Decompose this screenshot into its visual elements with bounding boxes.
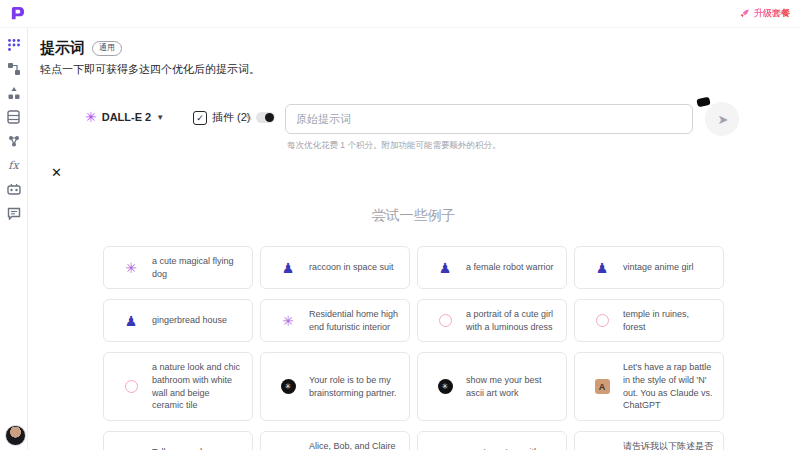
example-card-text: show me your best ascii art work: [466, 374, 557, 399]
claude-icon: A: [595, 379, 610, 394]
example-card-text: create a story with only words less than…: [466, 446, 557, 450]
page-title: 提示词: [40, 39, 85, 58]
sd-icon: ♟: [439, 260, 452, 276]
example-card-11[interactable]: ✳ show me your best ascii art work: [417, 352, 567, 420]
streaming-toggle-group: ✎: [245, 112, 275, 123]
example-card-text: Residential home high end futuristic int…: [309, 308, 400, 333]
example-card-16[interactable]: ✳ 请告诉我以下陈述是否包含时代错误：在盟军轰炸硫磺岛海滩期间，拉尔夫大声…: [574, 431, 724, 450]
optimize-send-button[interactable]: ➤: [705, 102, 739, 136]
example-card-15[interactable]: ✳ create a story with only words less th…: [417, 431, 567, 450]
ring-icon: [596, 314, 609, 327]
sidebar-item-feedback[interactable]: [6, 205, 22, 221]
pencil-icon: ✎: [245, 113, 253, 123]
rocket-icon: [739, 8, 750, 19]
mouse-cursor: [696, 97, 710, 108]
example-card-text: Your role is to be my brainstorming part…: [309, 374, 400, 399]
app-logo-icon[interactable]: [10, 6, 25, 21]
stack-icon: [7, 110, 20, 124]
example-card-text: a nature look and chic bathroom with whi…: [152, 361, 243, 411]
chatgpt-icon: ✳: [281, 379, 296, 394]
example-card-3[interactable]: ♟ a female robot warrior: [417, 246, 567, 289]
example-card-1[interactable]: ✳ a cute magical flying dog: [103, 246, 253, 289]
user-avatar[interactable]: [5, 425, 26, 446]
sd-icon: ♟: [282, 260, 295, 276]
prompt-input[interactable]: [285, 104, 693, 134]
molecule-icon: [7, 134, 21, 148]
model-label: DALL-E 2: [102, 111, 152, 123]
dalle-model-icon: ✳: [85, 110, 97, 124]
example-card-text: a cute magical flying dog: [152, 255, 243, 280]
example-card-text: vintage anime girl: [623, 261, 694, 274]
ring-icon: [439, 314, 452, 327]
sidebar: fx: [0, 28, 28, 450]
examples-grid: ✳ a cute magical flying dog ♟ raccoon in…: [103, 246, 724, 450]
plugins-checkbox[interactable]: ✓: [193, 111, 207, 125]
chevron-down-icon: ▼: [156, 113, 164, 122]
example-card-10[interactable]: ✳ Your role is to be my brainstorming pa…: [260, 352, 410, 420]
robot-icon: [7, 183, 21, 196]
close-examples-icon[interactable]: ✕: [51, 166, 62, 179]
example-card-text: gingerbread house: [152, 314, 227, 327]
sidebar-item-functions[interactable]: fx: [6, 157, 22, 173]
nodes-icon: [7, 62, 21, 76]
example-card-text: raccoon in space suit: [309, 261, 394, 274]
example-card-4[interactable]: ♟ vintage anime girl: [574, 246, 724, 289]
example-card-6[interactable]: ✳ Residential home high end futuristic i…: [260, 299, 410, 342]
example-card-8[interactable]: temple in ruines, forest: [574, 299, 724, 342]
sidebar-item-library[interactable]: [6, 109, 22, 125]
example-card-14[interactable]: A Alice, Bob, and Claire are playing a g…: [260, 431, 410, 450]
tree-icon: [7, 86, 21, 100]
dots-grid-icon: [7, 38, 21, 52]
example-card-text: a portrait of a cute girl with a luminou…: [466, 308, 557, 333]
upgrade-plan-label: 升级套餐: [754, 7, 790, 20]
example-card-text: Let's have a rap battle in the style of …: [623, 361, 714, 411]
examples-heading: 尝试一些例子: [103, 207, 724, 225]
send-icon: ➤: [718, 112, 729, 127]
example-card-13[interactable]: A Tell me you have boyfriend without tel…: [103, 431, 253, 450]
dalle-icon: ✳: [125, 260, 137, 276]
mode-badge: 通用: [92, 41, 122, 55]
sidebar-item-prompts[interactable]: [6, 37, 22, 53]
dalle-icon: ✳: [282, 313, 294, 329]
example-card-text: a female robot warrior: [466, 261, 554, 274]
example-card-text: Alice, Bob, and Claire are playing a gam…: [309, 440, 400, 450]
sd-icon: ♟: [125, 313, 138, 329]
upgrade-plan-button[interactable]: 升级套餐: [739, 7, 790, 20]
chatgpt-icon: ✳: [438, 379, 453, 394]
example-card-5[interactable]: ♟ gingerbread house: [103, 299, 253, 342]
example-card-text: 请告诉我以下陈述是否包含时代错误：在盟军轰炸硫磺岛海滩期间，拉尔夫大声…: [623, 440, 714, 450]
sidebar-item-hierarchy[interactable]: [6, 85, 22, 101]
ring-icon: [125, 380, 138, 393]
example-card-9[interactable]: a nature look and chic bathroom with whi…: [103, 352, 253, 420]
sd-icon: ♟: [596, 260, 609, 276]
chat-icon: [7, 207, 21, 220]
credits-helper-text: 每次优化花费 1 个积分。附加功能可能需要额外的积分。: [287, 140, 500, 152]
example-card-text: temple in ruines, forest: [623, 308, 714, 333]
example-card-2[interactable]: ♟ raccoon in space suit: [260, 246, 410, 289]
page-subtitle: 轻点一下即可获得多达四个优化后的提示词。: [40, 62, 260, 77]
toggle-switch[interactable]: [256, 112, 275, 123]
page-title-row: 提示词 通用: [40, 39, 122, 58]
fx-icon: fx: [8, 159, 18, 172]
sidebar-item-plugins[interactable]: [6, 133, 22, 149]
example-card-text: Tell me you have boyfriend without telli…: [152, 446, 243, 450]
sidebar-item-agents[interactable]: [6, 181, 22, 197]
example-card-7[interactable]: a portrait of a cute girl with a luminou…: [417, 299, 567, 342]
example-card-12[interactable]: A Let's have a rap battle in the style o…: [574, 352, 724, 420]
top-bar: 升级套餐: [0, 0, 800, 28]
sidebar-item-workflow[interactable]: [6, 61, 22, 77]
toggle-knob: [265, 113, 274, 122]
model-selector[interactable]: ✳ DALL-E 2 ▼: [85, 110, 164, 124]
